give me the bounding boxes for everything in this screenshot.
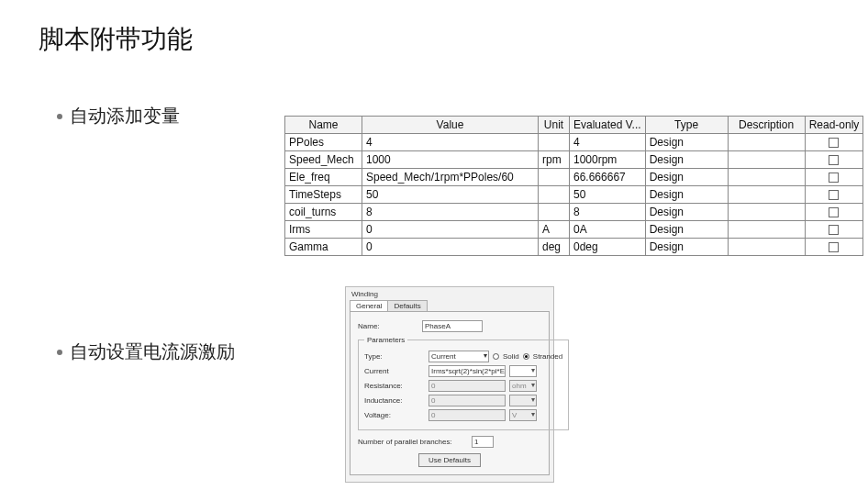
- col-header-value[interactable]: Value: [362, 117, 539, 134]
- cell-name[interactable]: coil_turns: [285, 204, 362, 221]
- table-header-row: Name Value Unit Evaluated V... Type Desc…: [285, 117, 863, 134]
- cell-type[interactable]: Design: [645, 186, 728, 204]
- cell-unit[interactable]: [539, 134, 570, 151]
- inductance-unit-combo: [509, 395, 537, 406]
- cell-eval[interactable]: 1000rpm: [570, 151, 646, 169]
- cell-value[interactable]: 0: [362, 221, 539, 239]
- current-unit-combo[interactable]: [509, 365, 537, 377]
- cell-type[interactable]: Design: [645, 239, 728, 256]
- branches-input[interactable]: 1: [472, 436, 494, 448]
- cell-name[interactable]: Ele_freq: [285, 169, 362, 186]
- cell-unit[interactable]: A: [539, 221, 570, 239]
- cell-desc[interactable]: [728, 204, 805, 221]
- variables-table[interactable]: Name Value Unit Evaluated V... Type Desc…: [284, 116, 863, 256]
- cell-value[interactable]: 50: [362, 186, 539, 204]
- voltage-input: 0: [428, 409, 506, 421]
- tab-defaults[interactable]: Defaults: [387, 300, 427, 311]
- readonly-checkbox[interactable]: [829, 242, 839, 252]
- cell-desc[interactable]: [728, 151, 805, 169]
- general-panel: Name: PhaseA Parameters Type: Current So…: [350, 311, 550, 475]
- readonly-checkbox[interactable]: [829, 173, 839, 183]
- readonly-checkbox[interactable]: [829, 138, 839, 148]
- table-row[interactable]: PPoles44Design: [285, 134, 863, 151]
- tab-bar: General Defaults: [346, 300, 553, 311]
- label-branches: Number of parallel branches:: [358, 438, 468, 446]
- cell-value[interactable]: 0: [362, 239, 539, 256]
- cell-readonly[interactable]: [805, 239, 863, 256]
- cell-name[interactable]: Irms: [285, 221, 362, 239]
- label-resistance: Resistance:: [364, 382, 425, 390]
- cell-desc[interactable]: [728, 186, 805, 204]
- label-type: Type:: [364, 352, 425, 361]
- table-row[interactable]: Ele_freqSpeed_Mech/1rpm*PPoles/6066.6666…: [285, 169, 863, 186]
- cell-eval[interactable]: 8: [570, 204, 646, 221]
- cell-value[interactable]: 4: [362, 134, 539, 151]
- cell-readonly[interactable]: [805, 186, 863, 204]
- parameters-legend: Parameters: [364, 336, 407, 344]
- col-header-unit[interactable]: Unit: [539, 117, 570, 134]
- readonly-checkbox[interactable]: [829, 190, 839, 200]
- cell-unit[interactable]: rpm: [539, 151, 570, 169]
- bullet-label: 自动设置电流源激励: [70, 340, 235, 364]
- table-row[interactable]: Irms0A0ADesign: [285, 221, 863, 239]
- label-current: Current: [364, 367, 425, 375]
- label-voltage: Voltage:: [364, 411, 425, 419]
- label-solid: Solid: [503, 352, 519, 361]
- label-name: Name:: [358, 322, 418, 330]
- table-row[interactable]: TimeSteps5050Design: [285, 186, 863, 204]
- cell-desc[interactable]: [728, 134, 805, 151]
- readonly-checkbox[interactable]: [829, 155, 839, 165]
- cell-type[interactable]: Design: [645, 169, 728, 186]
- label-inductance: Inductance:: [364, 396, 425, 405]
- col-header-evaluated[interactable]: Evaluated V...: [570, 117, 646, 134]
- cell-eval[interactable]: 0A: [570, 221, 646, 239]
- cell-readonly[interactable]: [805, 169, 863, 186]
- readonly-checkbox[interactable]: [829, 225, 839, 235]
- cell-eval[interactable]: 50: [570, 186, 646, 204]
- use-defaults-button[interactable]: Use Defaults: [418, 453, 481, 467]
- cell-unit[interactable]: [539, 169, 570, 186]
- cell-desc[interactable]: [728, 239, 805, 256]
- cell-name[interactable]: TimeSteps: [285, 186, 362, 204]
- winding-dialog: Winding General Defaults Name: PhaseA Pa…: [345, 286, 554, 483]
- radio-solid[interactable]: [493, 353, 499, 360]
- cell-name[interactable]: Gamma: [285, 239, 362, 256]
- table-row[interactable]: Gamma0deg0degDesign: [285, 239, 863, 256]
- cell-eval[interactable]: 0deg: [570, 239, 646, 256]
- name-input[interactable]: PhaseA: [422, 320, 483, 332]
- cell-readonly[interactable]: [805, 221, 863, 239]
- cell-readonly[interactable]: [805, 134, 863, 151]
- cell-eval[interactable]: 4: [570, 134, 646, 151]
- table-row[interactable]: Speed_Mech1000rpm1000rpmDesign: [285, 151, 863, 169]
- cell-value[interactable]: 1000: [362, 151, 539, 169]
- bullet-dot-icon: [57, 350, 62, 355]
- cell-type[interactable]: Design: [645, 204, 728, 221]
- col-header-readonly[interactable]: Read-only: [805, 117, 863, 134]
- col-header-description[interactable]: Description: [728, 117, 805, 134]
- cell-readonly[interactable]: [805, 151, 863, 169]
- tab-general[interactable]: General: [350, 300, 388, 311]
- col-header-name[interactable]: Name: [285, 117, 362, 134]
- cell-type[interactable]: Design: [645, 134, 728, 151]
- readonly-checkbox[interactable]: [829, 207, 839, 217]
- cell-unit[interactable]: [539, 186, 570, 204]
- type-combo[interactable]: Current: [428, 351, 489, 362]
- cell-name[interactable]: PPoles: [285, 134, 362, 151]
- radio-stranded[interactable]: [523, 353, 529, 360]
- col-header-type[interactable]: Type: [645, 117, 728, 134]
- bullet-auto-current-source: 自动设置电流源激励: [57, 340, 235, 364]
- cell-desc[interactable]: [728, 221, 805, 239]
- cell-readonly[interactable]: [805, 204, 863, 221]
- cell-value[interactable]: 8: [362, 204, 539, 221]
- cell-eval[interactable]: 66.666667: [570, 169, 646, 186]
- cell-value[interactable]: Speed_Mech/1rpm*PPoles/60: [362, 169, 539, 186]
- resistance-input: 0: [428, 380, 506, 392]
- cell-desc[interactable]: [728, 169, 805, 186]
- table-row[interactable]: coil_turns88Design: [285, 204, 863, 221]
- current-input[interactable]: Irms*sqrt(2)*sin(2*pi*Ele_fr: [428, 365, 506, 377]
- cell-name[interactable]: Speed_Mech: [285, 151, 362, 169]
- cell-type[interactable]: Design: [645, 221, 728, 239]
- cell-unit[interactable]: deg: [539, 239, 570, 256]
- cell-unit[interactable]: [539, 204, 570, 221]
- cell-type[interactable]: Design: [645, 151, 728, 169]
